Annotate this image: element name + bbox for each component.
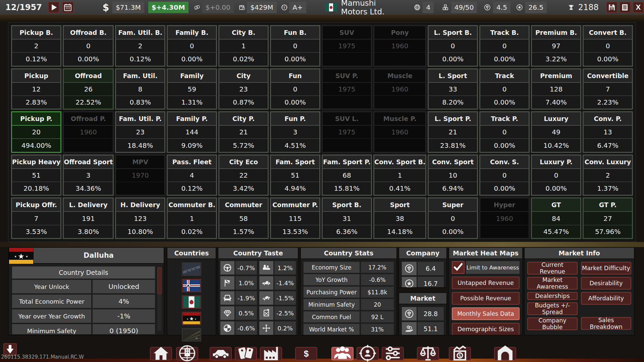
type-cell-pass-fleet[interactable]: Pass. Fleet40.12% [167,155,217,196]
dealerships-button[interactable] [494,347,516,360]
country-flag-green-country[interactable] [182,295,201,309]
play-turn-button[interactable] [48,2,59,13]
info-button-current-revenue[interactable]: Current Revenue [527,262,578,275]
settings-button[interactable] [382,347,404,360]
type-cell-muscle-p[interactable]: Muscle P.1960 [373,111,426,153]
type-cell-l-sport[interactable]: L. Sport338.20% [428,68,478,110]
type-cell-fam-util[interactable]: Fam. Util.80.83% [115,68,165,110]
marketing-button[interactable] [331,347,354,360]
type-cell-pony[interactable]: Pony1960 [373,25,426,67]
type-cell-conv-s[interactable]: Conv. S.00.00% [479,155,530,196]
country-flag-locked-country-2[interactable]: ★ [182,328,201,342]
world-map-button[interactable] [176,347,198,360]
info-button-affordability[interactable]: Affordability [581,292,631,305]
type-cell-fam-util-b[interactable]: Fam. Util. B.20.12% [115,25,165,67]
type-cell-super[interactable]: Super00.00% [428,197,478,239]
type-cell-pickup-b[interactable]: Pickup B.20.12% [11,25,61,67]
stock-market-button[interactable]: $ [449,347,471,360]
info-button-market-awareness[interactable]: Market Awareness [527,277,578,290]
type-label: Fam. Util. P. [116,112,164,125]
type-cell-sport[interactable]: Sport3814.18% [373,197,426,239]
type-cell-commuter-b[interactable]: Commuter B.10.02% [167,197,217,239]
type-cell-city-b[interactable]: City B.10.02% [218,25,269,67]
country-flag-dalluha[interactable]: ★★★ [182,312,201,325]
type-cell-mpv[interactable]: MPV1970 [115,155,165,196]
type-cell-h-delivery[interactable]: H. Delivery12310.80% [115,197,165,239]
type-cell-conv-sport[interactable]: Conv. Sport106.94% [428,155,478,196]
type-cell-track[interactable]: Track00.00% [479,68,530,110]
info-button-dealerships[interactable]: Dealerships [527,292,578,300]
type-cell-conv-sport-b[interactable]: Conv. Sport B.10.41% [373,155,426,196]
heat-map-button-untapped-revenue[interactable]: Untapped Revenue [452,277,520,289]
type-cell-l-sport-b[interactable]: L. Sport B.00.00% [428,25,478,67]
heat-map-button-demographic-sizes[interactable]: Demographic Sizes [452,323,520,335]
heat-map-button-monthly-sales-data[interactable]: Monthly Sales Data [452,307,520,320]
type-cell-offroad[interactable]: Offroad2622.52% [63,68,114,110]
factories-button[interactable] [260,347,282,360]
type-cell-conv-p[interactable]: Conv. P.136.47% [583,111,633,153]
heat-map-button-possible-revenue[interactable]: Possible Revenue [452,292,520,305]
type-cell-track-p[interactable]: Track P.00.00% [479,111,530,153]
type-cell-fun-b[interactable]: Fun B.00.00% [270,25,320,67]
country-flag-locked-country-1[interactable]: ★★★ [182,262,201,276]
save-button[interactable] [606,2,618,13]
type-cell-luxury-p[interactable]: Luxury P.00.00% [531,155,581,196]
type-cell-conv-luxury[interactable]: Conv. Luxury21.37% [583,155,633,196]
finances-button[interactable]: $ [295,347,317,360]
vehicles-button[interactable] [210,347,232,360]
info-button-budgets-spread[interactable]: Budgets +/- Spread [527,302,578,315]
info-button-market-difficulty[interactable]: Market Difficulty [581,262,631,275]
info-button-desirability[interactable]: Desirability [581,277,631,290]
type-cell-pickup-p[interactable]: Pickup P.20494.00% [11,111,61,153]
info-button-sales-breakdown[interactable]: Sales Breakdown [581,317,631,330]
type-cell-gt[interactable]: GT8445.47% [531,197,581,239]
type-cell-fun-p[interactable]: Fun P.34.51% [270,111,320,153]
type-cell-family-p[interactable]: Family P.1449.09% [167,111,217,153]
type-cell-family-b[interactable]: Family B.00.00% [167,25,217,67]
type-cell-luxury[interactable]: Luxury4910.42% [531,111,581,153]
type-cell-l-delivery[interactable]: L. Delivery1913.80% [63,197,114,239]
type-cell-offroad-sport[interactable]: Offroad Sport334.36% [63,155,114,196]
type-cell-muscle[interactable]: Muscle1960 [373,68,426,110]
components-button[interactable] [235,347,257,360]
type-cell-fam-sport-p[interactable]: Fam. Sport P.6815.81% [322,155,372,196]
type-cell-family[interactable]: Family591.31% [167,68,217,110]
type-cell-fam-sport[interactable]: Fam. Sport514.94% [270,155,320,196]
type-cell-premium-b[interactable]: Premium B.973.22% [531,25,581,67]
calendar-button[interactable] [62,2,73,13]
type-cell-city[interactable]: City230.87% [218,68,269,110]
company-rows: 6.416.7 [399,259,446,287]
type-cell-fun[interactable]: Fun00.00% [270,68,320,110]
type-count: 51 [12,169,60,182]
type-cell-city-eco[interactable]: City Eco223.42% [218,155,269,196]
limit-to-awareness-checkbox[interactable] [452,261,465,274]
type-cell-commuter-p[interactable]: Commuter P.11513.53% [270,197,320,239]
type-cell-premium[interactable]: Premium1287.40% [531,68,581,110]
type-cell-sport-b[interactable]: Sport B.316.36% [322,197,372,239]
type-cell-offroad-b[interactable]: Offroad B.00.00% [63,25,114,67]
type-cell-suv[interactable]: SUV1975 [322,25,372,67]
type-cell-l-sport-p[interactable]: L. Sport P.2123.81% [428,111,478,153]
type-cell-offroad-p[interactable]: Offroad P.1960 [63,111,114,153]
type-cell-pickup[interactable]: Pickup122.83% [11,68,61,110]
type-cell-commuter[interactable]: Commuter581.57% [218,197,269,239]
type-cell-convertible[interactable]: Convertible72.23% [583,68,633,110]
type-cell-hyper[interactable]: Hyper1960 [479,197,530,239]
country-flag-nordic-country[interactable] [182,279,201,292]
type-cell-pickup-offr[interactable]: Pickup Offr.73.53% [11,197,61,239]
legal-button[interactable] [417,347,439,360]
home-button[interactable] [150,347,172,360]
type-cell-convert-b[interactable]: Convert B.00.00% [583,25,633,67]
scrollbar-thumb[interactable] [157,267,162,294]
type-cell-suv-p[interactable]: SUV P.1975 [322,68,372,110]
reports-button[interactable] [619,2,631,13]
type-cell-track-b[interactable]: Track B.00.00% [479,25,530,67]
type-cell-pickup-heavy[interactable]: Pickup Heavy5120.18% [11,155,61,196]
type-cell-city-p[interactable]: City P.215.72% [218,111,269,153]
type-cell-suv-l[interactable]: SUV L.1975 [322,111,372,153]
type-cell-fam-util-p[interactable]: Fam. Util. P.2318.48% [115,111,165,153]
close-button[interactable]: X [633,2,644,13]
info-button-company-bubble[interactable]: Company Bubble [527,317,578,330]
type-cell-gt-p[interactable]: GT P.2757.96% [583,197,633,239]
hr-button[interactable] [357,347,379,360]
